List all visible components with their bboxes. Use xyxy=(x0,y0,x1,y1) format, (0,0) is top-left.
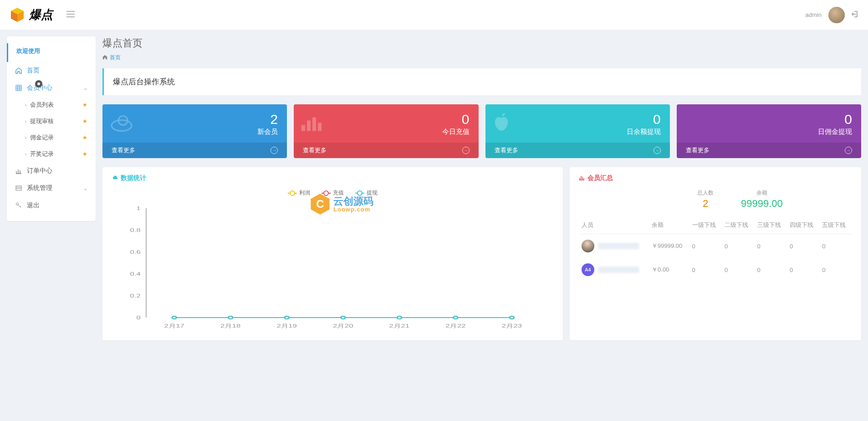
stat-label: 新会员 xyxy=(257,128,278,136)
svg-point-43 xyxy=(285,316,289,319)
brand-name: 爆点 xyxy=(29,7,53,23)
arrow-right-icon: → xyxy=(462,147,470,154)
member-avatar: A4 xyxy=(582,263,594,276)
star-icon: ★ xyxy=(82,151,87,157)
chevron-right-icon: › xyxy=(25,119,26,124)
table-head-row: 人员 余额 一级下线 二级下线 三级下线 四级下线 五级下线 xyxy=(579,216,852,234)
svg-point-41 xyxy=(172,316,176,319)
chevron-right-icon: › xyxy=(25,152,26,157)
summary-panel-title: 会员汇总 xyxy=(579,174,852,182)
bar-chart-icon xyxy=(579,175,585,182)
nav-member-center[interactable]: 会员中心 ⌄ xyxy=(7,79,96,97)
legend-withdraw[interactable]: 提现 xyxy=(355,189,378,197)
svg-rect-12 xyxy=(318,123,322,131)
nav-lottery-log[interactable]: › 开奖记录 ★ xyxy=(7,146,96,162)
breadcrumb-home[interactable]: 首页 xyxy=(110,54,121,62)
summary-balance: 余额 99999.00 xyxy=(741,189,783,210)
svg-rect-3 xyxy=(16,85,21,91)
cloud-icon xyxy=(112,175,118,182)
grid-icon xyxy=(15,85,22,91)
svg-point-47 xyxy=(510,316,514,319)
svg-text:2月20: 2月20 xyxy=(333,323,353,329)
nav-logout[interactable]: 退出 xyxy=(7,197,96,214)
arrow-right-icon: → xyxy=(271,147,278,154)
stat-commission-withdraw: 0 日佣金提现 查看更多 → xyxy=(677,104,861,158)
menu-toggle-icon[interactable] xyxy=(66,11,75,19)
sidebar: 欢迎使用 首页 会员中心 ⌄ › 会员列表 ★ › 提现审核 ★ xyxy=(7,36,96,221)
svg-rect-11 xyxy=(312,118,316,131)
svg-text:0.8: 0.8 xyxy=(130,227,141,233)
brand-logo[interactable]: 爆点 xyxy=(9,7,53,23)
notify-badge-icon xyxy=(35,80,42,87)
breadcrumb: 首页 xyxy=(102,54,861,62)
stat-value: 2 xyxy=(271,113,278,126)
svg-rect-10 xyxy=(307,121,311,131)
system-banner: 爆点后台操作系统 xyxy=(102,68,861,95)
cloud-icon xyxy=(109,114,134,133)
svg-text:2月21: 2月21 xyxy=(389,323,410,329)
chevron-down-icon: ⌄ xyxy=(83,185,87,191)
arrow-right-icon: → xyxy=(654,147,661,154)
svg-text:2月22: 2月22 xyxy=(445,323,466,329)
bars-icon xyxy=(301,114,323,133)
page-title: 爆点首页 xyxy=(102,36,861,50)
legend-recharge[interactable]: 充值 xyxy=(322,189,344,197)
nav-order-center[interactable]: 订单中心 xyxy=(7,162,96,180)
stat-value: 0 xyxy=(462,113,470,126)
main-content: 爆点首页 首页 爆点后台操作系统 2 新会员 查看更多 xyxy=(102,36,861,340)
svg-point-42 xyxy=(229,316,233,319)
nav-withdraw-audit[interactable]: › 提现审核 ★ xyxy=(7,113,96,129)
page-header: 爆点首页 首页 xyxy=(102,36,861,62)
stats-row: 2 新会员 查看更多 → 0 今日充值 查看更多 → xyxy=(102,104,861,158)
username-label[interactable]: admin xyxy=(806,11,822,18)
list-icon xyxy=(15,185,22,191)
arrow-right-icon: → xyxy=(845,147,852,154)
chevron-right-icon: › xyxy=(25,103,26,108)
table-row: ￥99999.00 0 0 0 0 0 xyxy=(579,234,852,258)
chevron-right-icon: › xyxy=(25,135,26,140)
stat-more-link[interactable]: 查看更多 → xyxy=(677,143,861,158)
svg-point-45 xyxy=(397,316,401,319)
svg-rect-9 xyxy=(301,125,305,131)
svg-text:2月19: 2月19 xyxy=(277,323,297,329)
nav-system-mgmt[interactable]: 系统管理 ⌄ xyxy=(7,180,96,197)
nav-home-label: 首页 xyxy=(27,67,40,75)
svg-text:0: 0 xyxy=(136,315,140,320)
chart-area: 00.20.40.60.812月172月182月192月202月212月222月… xyxy=(112,204,554,331)
member-name-blur xyxy=(598,267,639,273)
stat-value: 0 xyxy=(653,113,661,126)
stat-more-link[interactable]: 查看更多 → xyxy=(485,143,670,158)
summary-panel: 会员汇总 总人数 2 余额 99999.00 人员 xyxy=(570,167,861,340)
stat-today-recharge: 0 今日充值 查看更多 → xyxy=(294,104,478,158)
stat-new-members: 2 新会员 查看更多 → xyxy=(102,104,287,158)
nav-commission-log-label: 佣金记录 xyxy=(30,133,54,142)
legend-profit[interactable]: 利润 xyxy=(288,189,310,197)
star-icon: ★ xyxy=(82,102,87,108)
nav-system-mgmt-label: 系统管理 xyxy=(27,184,52,192)
svg-rect-5 xyxy=(16,186,21,190)
nav-logout-label: 退出 xyxy=(27,201,40,210)
nav-withdraw-audit-label: 提现审核 xyxy=(30,117,54,125)
apple-icon xyxy=(492,113,511,134)
user-avatar[interactable] xyxy=(828,7,845,23)
member-table: 人员 余额 一级下线 二级下线 三级下线 四级下线 五级下线 ￥99999.0 xyxy=(579,216,852,282)
stat-value: 0 xyxy=(844,113,852,126)
stat-more-link[interactable]: 查看更多 → xyxy=(294,143,478,158)
logout-icon[interactable] xyxy=(852,10,859,19)
nav-commission-log[interactable]: › 佣金记录 ★ xyxy=(7,129,96,146)
stat-label: 日余额提现 xyxy=(627,128,661,136)
stat-more-link[interactable]: 查看更多 → xyxy=(102,143,287,158)
summary-head: 总人数 2 余额 99999.00 xyxy=(579,189,852,216)
nav-home[interactable]: 首页 xyxy=(7,62,96,79)
svg-text:2月23: 2月23 xyxy=(502,323,522,329)
svg-point-6 xyxy=(16,203,19,205)
panels-row: 数据统计 利润 充值 提现 00.20.40.60.812月172月182月19… xyxy=(102,167,861,340)
svg-text:0.6: 0.6 xyxy=(130,249,141,255)
stat-balance-withdraw: 0 日余额提现 查看更多 → xyxy=(485,104,670,158)
stat-label: 日佣金提现 xyxy=(818,128,852,136)
welcome-label: 欢迎使用 xyxy=(7,43,96,62)
chevron-down-icon: ⌄ xyxy=(83,85,87,91)
top-header: 爆点 admin xyxy=(0,0,868,30)
stat-label: 今日充值 xyxy=(442,128,470,136)
nav-member-list[interactable]: › 会员列表 ★ xyxy=(7,97,96,113)
